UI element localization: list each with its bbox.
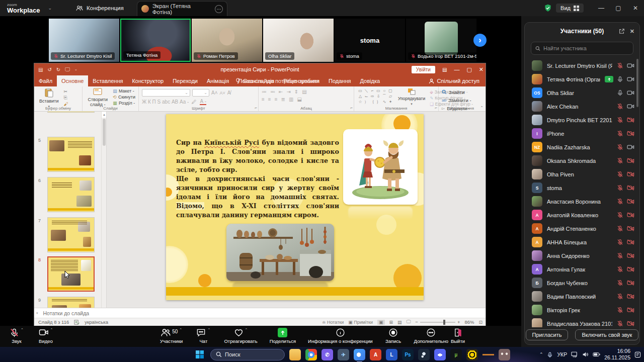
participants-button[interactable]: 50 ⌃ Участники xyxy=(160,326,183,344)
ribbon-tab[interactable]: Файл xyxy=(34,75,57,86)
next-page-button[interactable]: › xyxy=(473,34,487,47)
text-direction-icon[interactable]: ▤ xyxy=(302,89,306,95)
video-tile[interactable]: Sr. Lecturer Dmytro Kisil xyxy=(49,19,119,62)
start-button[interactable] xyxy=(194,348,206,360)
participant-row[interactable]: Анна Сидоренко xyxy=(525,249,639,262)
close-panel-icon[interactable]: ✕ xyxy=(630,28,634,35)
video-tile[interactable]: Водько Ігор ВЕТ 2101-2м-5 xyxy=(406,19,476,62)
tell-me-box[interactable]: Скажіть, що потрібно зробити xyxy=(235,78,319,84)
participant-row[interactable]: NZ Nadiia Zazharska xyxy=(525,140,639,154)
video-tile[interactable]: Olha Skliar xyxy=(263,19,334,62)
participant-row[interactable]: OS Olha Skliar xyxy=(525,86,639,100)
justify-icon[interactable]: ≣ xyxy=(281,97,285,102)
taskbar-app-icon[interactable]: A xyxy=(370,349,381,360)
video-tile[interactable]: stomastoma xyxy=(335,19,405,62)
taskbar-app-icon[interactable] xyxy=(434,349,446,360)
ribbon-tab[interactable]: Анімація xyxy=(202,75,233,86)
paragraph-dialog-launcher[interactable]: ⌐ xyxy=(350,106,353,110)
ppt-restore-button[interactable]: ▢ xyxy=(466,66,471,73)
close-button[interactable]: ✕ xyxy=(627,0,644,16)
unmute-self-button[interactable]: Включить свой звук xyxy=(575,329,638,340)
tab-screen-share[interactable]: Экран (Тетяна Фотіна) ⋯ xyxy=(137,1,227,16)
share-access-button[interactable]: Спільний доступ xyxy=(423,78,486,84)
copy-icon[interactable]: ⎘ xyxy=(64,95,68,101)
maximize-button[interactable]: ▢ xyxy=(610,0,627,16)
shrink-font-icon[interactable]: А˅ xyxy=(220,90,225,96)
zoom-slider[interactable]: −+ xyxy=(415,319,460,325)
smartart-icon[interactable]: ⬓ xyxy=(297,97,301,102)
participant-row[interactable]: Анастасия Воронина xyxy=(525,195,639,208)
notes-toggle[interactable]: ≐ Нотатки xyxy=(322,320,344,325)
taskbar-app-icon[interactable] xyxy=(354,349,365,360)
numbering-icon[interactable]: ≕ xyxy=(270,89,275,95)
align-left-icon[interactable]: ≡ xyxy=(262,97,265,102)
redo-icon[interactable]: ↻ xyxy=(56,67,60,72)
audio-button[interactable]: ⌃ Звук xyxy=(8,326,25,344)
participant-row[interactable]: Oksana Shkromada xyxy=(525,154,639,167)
customize-qat-icon[interactable]: ⌄ xyxy=(74,67,77,71)
line-spacing-icon[interactable]: ⇕ xyxy=(294,89,298,95)
participant-row[interactable]: Тетяна Фотіна (Организатор) xyxy=(525,72,639,86)
spellcheck-icon[interactable] xyxy=(74,320,79,325)
leave-button[interactable]: Выйти xyxy=(449,326,466,344)
taskbar-app-icon[interactable] xyxy=(305,349,317,360)
layout-button[interactable]: ▤Макет - xyxy=(113,88,135,94)
zoom-workplace-menu[interactable]: zoom Workplace ⌄ xyxy=(7,3,52,14)
video-tile[interactable]: Тетяна Фотіна xyxy=(120,19,191,62)
taskbar-app-icon[interactable]: Ps xyxy=(402,349,414,360)
thumbnail-slide-8-selected[interactable]: 8 xyxy=(34,256,107,296)
notes-bar[interactable]: ▾ Нотатки до слайда xyxy=(34,308,486,318)
ribbon-collapse-icon[interactable]: ⌃ xyxy=(480,106,484,110)
shapes-gallery[interactable]: ▭＼⌐▭○▢ △⌙⇨⇩⌒▱ ☆）｛｝∿✦ xyxy=(357,88,393,107)
font-dialog-launcher[interactable]: ⌐ xyxy=(255,106,257,110)
tab-options-icon[interactable]: ⋯ xyxy=(215,5,223,13)
indent-icon[interactable]: ⇥ xyxy=(286,89,290,95)
participant-row[interactable]: Б Богдан Чубенко xyxy=(525,276,639,290)
ribbon-tab[interactable]: Подання xyxy=(324,75,355,86)
tab-meeting[interactable]: Конференция xyxy=(76,5,124,11)
ribbon-tab[interactable]: Вставлення xyxy=(88,75,127,86)
font-size-combo[interactable]: ⌄ xyxy=(192,89,209,97)
slide-thumbnail-panel[interactable]: Історія виникнення сиру 5 6 7 xyxy=(34,112,107,308)
taskbar-app-icon[interactable] xyxy=(466,349,478,360)
taskbar-app-icon[interactable] xyxy=(289,349,301,360)
react-options-icon[interactable]: ⌃ xyxy=(245,328,248,332)
replace-button[interactable]: abЗамінити - xyxy=(442,97,482,104)
clock[interactable]: 16:06 26.11.2025 xyxy=(604,348,630,361)
participant-row[interactable]: Вадим Павловский xyxy=(525,290,639,303)
ribbon-tab[interactable]: Конструктор xyxy=(127,75,168,86)
grow-font-icon[interactable]: А˄ xyxy=(211,90,218,96)
invite-button[interactable]: Пригласить xyxy=(526,329,569,340)
taskbar-app-icon[interactable] xyxy=(482,349,494,360)
chat-button[interactable]: ⌃ Чат xyxy=(195,326,212,344)
slide-sorter-icon[interactable]: ⊞ xyxy=(389,320,393,325)
chat-options-icon[interactable]: ⌃ xyxy=(207,328,210,332)
undo-icon[interactable]: ↺ xyxy=(47,67,51,72)
video-options-icon[interactable]: ⌃ xyxy=(50,328,53,332)
share-button[interactable]: Поделиться xyxy=(270,326,296,344)
normal-view-icon[interactable]: ▣ xyxy=(377,320,385,325)
columns-icon[interactable]: ▥ xyxy=(289,97,293,102)
quick-access-toolbar[interactable]: ▤ ↺ ↻ 🖵 ⌄ xyxy=(38,66,77,72)
cast-icon[interactable] xyxy=(571,351,578,357)
participants-options-icon[interactable]: ⌃ xyxy=(179,328,182,332)
participant-row[interactable]: Sr. Lecturer Dmytro Kisil (Я) xyxy=(525,59,639,72)
slideshow-view-icon[interactable]: 🖵 xyxy=(407,319,411,325)
sign-in-button[interactable]: Увійти xyxy=(412,66,435,73)
participant-row[interactable]: Alex Chekan xyxy=(525,100,639,113)
participant-row[interactable]: Владислава Узакова 2101-2м5 xyxy=(525,317,639,327)
arrange-button[interactable]: Упорядкувати▾ xyxy=(396,88,427,107)
zoom-percent[interactable]: 86% xyxy=(464,319,474,325)
clear-format-icon[interactable]: A̸ xyxy=(227,90,231,96)
participant-row[interactable]: А АННА Білецька xyxy=(525,235,639,249)
battery-icon[interactable] xyxy=(593,352,600,357)
language-label[interactable]: українська xyxy=(85,319,108,325)
fit-slide-icon[interactable]: ⊡ xyxy=(478,320,482,325)
participants-list[interactable]: Sr. Lecturer Dmytro Kisil (Я) Тетяна Фот… xyxy=(525,59,639,327)
minimize-button[interactable]: — xyxy=(593,0,610,16)
taskbar-app-icon[interactable] xyxy=(418,349,430,360)
participant-row[interactable]: S stoma xyxy=(525,181,639,195)
participant-row[interactable]: А Антоніна Гулак xyxy=(525,262,639,276)
ribbon-options-icon[interactable]: ▤ xyxy=(442,67,447,72)
participants-scrollbar[interactable] xyxy=(636,59,638,107)
